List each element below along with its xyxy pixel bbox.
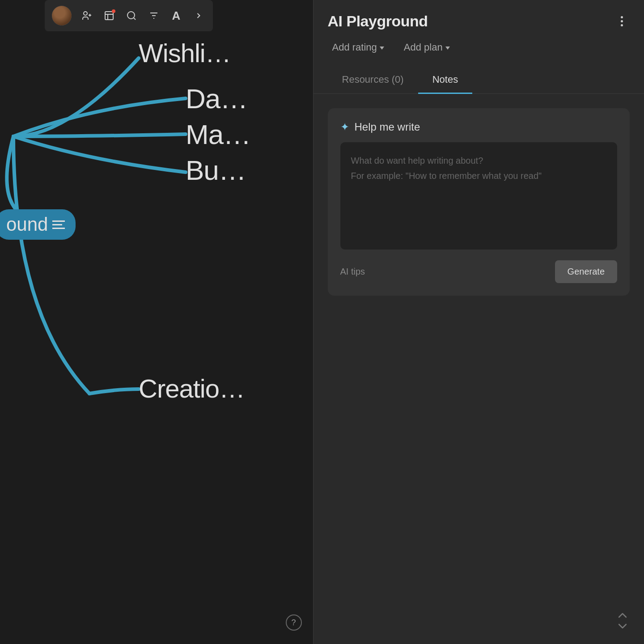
help-write-card: ✦ Help me write AI tips Generate [328,108,630,296]
help-write-textarea[interactable] [340,142,617,250]
ai-panel: AI Playground Add rating Add plan Resour… [314,0,644,644]
ai-content: ✦ Help me write AI tips Generate [314,94,644,644]
tag-text: ound [6,214,48,235]
chevron-down-icon [380,47,384,50]
tab-notes[interactable]: Notes [418,67,472,94]
add-plan-button[interactable]: Add plan [399,39,454,56]
ai-actions: Add rating Add plan [314,30,644,56]
scroll-up-arrow[interactable] [614,611,631,620]
tab-resources[interactable]: Resources (0) [328,67,418,94]
ai-title: AI Playground [328,13,428,30]
toolbar: A [45,0,213,31]
text-icon[interactable]: A [169,8,183,23]
tag-lines-icon [52,220,65,229]
svg-rect-3 [105,12,113,20]
help-icon[interactable]: ? [286,614,302,631]
node-wishlist[interactable]: Wishli… [139,38,231,68]
scroll-arrows[interactable] [614,611,631,631]
svg-point-4 [127,12,135,19]
help-write-footer: AI tips Generate [340,260,617,283]
help-write-title: Help me write [355,121,420,133]
svg-point-0 [84,12,87,15]
node-da[interactable]: Da… [186,83,247,114]
search-icon[interactable] [124,8,139,23]
expand-icon[interactable] [191,8,206,23]
avatar[interactable] [52,6,72,25]
gallery-icon[interactable] [102,8,116,23]
add-person-icon[interactable] [80,8,94,23]
chevron-down-icon [445,47,450,50]
node-ma[interactable]: Ma… [186,119,250,150]
generate-button[interactable]: Generate [555,260,617,283]
mindmap-panel: A Wishli… Da… Ma… Bu… Creatio… ound ? [0,0,313,644]
ai-header: AI Playground [314,0,644,30]
filter-icon[interactable] [147,8,161,23]
sparkle-icon: ✦ [340,121,349,133]
ai-tabs: Resources (0) Notes [314,67,644,94]
scroll-down-arrow[interactable] [614,622,631,631]
three-dots-icon [621,16,623,26]
node-creation[interactable]: Creatio… [139,373,245,403]
add-rating-button[interactable]: Add rating [328,39,389,56]
help-write-header: ✦ Help me write [340,121,617,133]
ai-tips-link[interactable]: AI tips [340,267,365,277]
tag-node[interactable]: ound [0,209,76,240]
more-options-button[interactable] [614,13,630,30]
mindmap-lines [0,0,313,644]
node-bu[interactable]: Bu… [186,154,246,186]
